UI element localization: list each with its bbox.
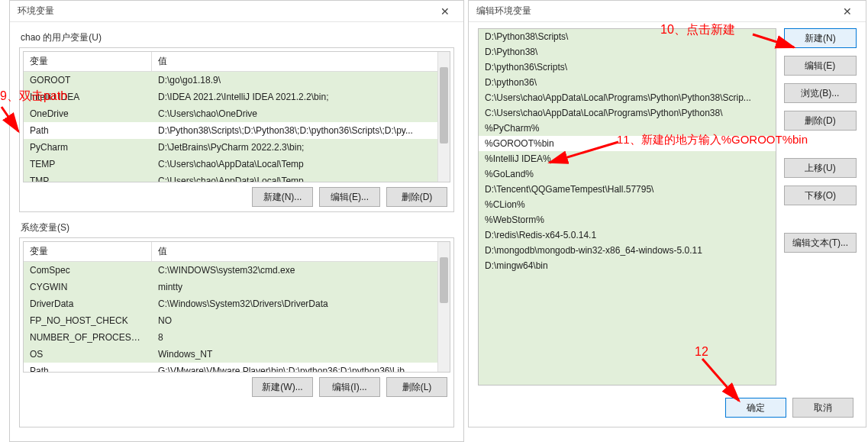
col-val[interactable]: 值 <box>152 242 450 261</box>
user-vars-label: chao 的用户变量(U) <box>21 31 454 44</box>
env-vars-dialog: 环境变量 ✕ chao 的用户变量(U) 变量 值 GOROOTD:\go\go… <box>9 0 464 442</box>
ok-button[interactable]: 确定 <box>725 398 786 418</box>
edit-button[interactable]: 编辑(I)... <box>319 377 380 397</box>
list-item[interactable]: D:\python36\Scripts\ <box>479 60 776 75</box>
close-icon[interactable]: ✕ <box>832 5 863 18</box>
table-row[interactable]: CYGWINmintty <box>24 279 450 295</box>
cell-var: OneDrive <box>24 105 152 122</box>
cell-var: FP_NO_HOST_CHECK <box>24 312 152 329</box>
close-icon[interactable]: ✕ <box>430 5 460 18</box>
list-item[interactable]: D:\Python38\Scripts\ <box>479 29 776 44</box>
cell-val: Windows_NT <box>152 346 450 363</box>
list-item[interactable]: C:\Users\chao\AppData\Local\Programs\Pyt… <box>479 90 776 105</box>
list-item[interactable]: %IntelliJ IDEA% <box>479 151 776 166</box>
edittext-button[interactable]: 编辑文本(T)... <box>784 233 857 253</box>
list-item[interactable]: D:\Python38\ <box>479 44 776 60</box>
table-row[interactable]: PathD:\Python38\Scripts\;D:\Python38\;D:… <box>24 122 450 139</box>
cell-var: PyCharm <box>24 139 152 156</box>
col-val[interactable]: 值 <box>152 52 450 71</box>
cell-val: D:\JetBrains\PyCharm 2022.2.3\bin; <box>152 139 450 156</box>
user-vars-list[interactable]: 变量 值 GOROOTD:\go\go1.18.9\IntelliJ IDEAD… <box>23 51 450 182</box>
cell-var: OS <box>24 346 152 363</box>
cell-var: TMP <box>24 173 152 182</box>
table-row[interactable]: PyCharmD:\JetBrains\PyCharm 2022.2.3\bin… <box>24 139 450 156</box>
table-row[interactable]: PathG:\VMware\VMware Player\bin\;D:\pyth… <box>24 363 450 373</box>
table-row[interactable]: OSWindows_NT <box>24 346 450 363</box>
table-row[interactable]: OneDriveC:\Users\chao\OneDrive <box>24 105 450 122</box>
cell-val: C:\Users\chao\AppData\Local\Temp <box>152 156 450 173</box>
delete-button[interactable]: 删除(D) <box>386 187 447 207</box>
table-row[interactable]: TEMPC:\Users\chao\AppData\Local\Temp <box>24 156 450 173</box>
table-row[interactable]: DriverDataC:\Windows\System32\Drivers\Dr… <box>24 295 450 312</box>
list-item[interactable]: D:\Tencent\QQGameTempest\Hall.57795\ <box>479 182 776 197</box>
movedown-button[interactable]: 下移(O) <box>784 186 857 205</box>
new-button[interactable]: 新建(N) <box>784 28 857 48</box>
list-item[interactable]: C:\Users\chao\AppData\Local\Programs\Pyt… <box>479 105 776 121</box>
dialog-title: 环境变量 <box>18 5 430 18</box>
cell-val: C:\Windows\System32\Drivers\DriverData <box>152 295 450 312</box>
list-item[interactable]: D:\redis\Redis-x64-5.0.14.1 <box>479 227 776 243</box>
edit-env-var-dialog: 编辑环境变量 ✕ D:\Python38\Scripts\D:\Python38… <box>468 0 866 427</box>
cell-val: D:\go\go1.18.9\ <box>152 72 450 89</box>
cell-val: C:\Users\chao\AppData\Local\Temp <box>152 173 450 182</box>
table-row[interactable]: NUMBER_OF_PROCESSORS8 <box>24 329 450 346</box>
cell-var: GOROOT <box>24 72 152 89</box>
cell-val: NO <box>152 312 450 329</box>
table-row[interactable]: ComSpecC:\WINDOWS\system32\cmd.exe <box>24 262 450 279</box>
sys-vars-label: 系统变量(S) <box>21 221 454 234</box>
table-row[interactable]: TMPC:\Users\chao\AppData\Local\Temp <box>24 173 450 182</box>
list-header[interactable]: 变量 值 <box>24 242 450 262</box>
new-button[interactable]: 新建(W)... <box>252 377 313 397</box>
cell-var: IntelliJ IDEA <box>24 89 152 105</box>
cell-var: Path <box>24 363 152 373</box>
moveup-button[interactable]: 上移(U) <box>784 158 857 178</box>
list-item[interactable]: D:\mongodb\mongodb-win32-x86_64-windows-… <box>479 243 776 258</box>
cell-val: G:\VMware\VMware Player\bin\;D:\python36… <box>152 363 450 373</box>
cell-val: 8 <box>152 329 450 346</box>
table-row[interactable]: FP_NO_HOST_CHECKNO <box>24 312 450 329</box>
path-list[interactable]: D:\Python38\Scripts\D:\Python38\D:\pytho… <box>478 28 776 386</box>
table-row[interactable]: GOROOTD:\go\go1.18.9\ <box>24 72 450 89</box>
titlebar: 环境变量 ✕ <box>10 1 463 22</box>
cell-val: D:\Python38\Scripts\;D:\Python38\;D:\pyt… <box>152 122 450 139</box>
list-item[interactable]: %WebStorm% <box>479 212 776 227</box>
sys-vars-list[interactable]: 变量 值 ComSpecC:\WINDOWS\system32\cmd.exeC… <box>23 241 450 373</box>
new-button[interactable]: 新建(N)... <box>252 187 313 207</box>
delete-button[interactable]: 删除(D) <box>784 111 857 131</box>
list-header[interactable]: 变量 值 <box>24 52 450 72</box>
edit-button[interactable]: 编辑(E) <box>784 56 857 76</box>
cancel-button[interactable]: 取消 <box>792 398 853 418</box>
cell-val: mintty <box>152 279 450 295</box>
list-item[interactable]: D:\mingw64\bin <box>479 258 776 273</box>
list-item[interactable]: %PyCharm% <box>479 121 776 136</box>
list-item[interactable]: D:\python36\ <box>479 75 776 90</box>
cell-var: TEMP <box>24 156 152 173</box>
table-row[interactable]: IntelliJ IDEAD:\IDEA 2021.2\IntelliJ IDE… <box>24 89 450 105</box>
scrollbar[interactable] <box>437 242 450 372</box>
col-var[interactable]: 变量 <box>24 242 152 261</box>
edit-button[interactable]: 编辑(E)... <box>319 187 380 207</box>
cell-val: D:\IDEA 2021.2\IntelliJ IDEA 2021.2.2\bi… <box>152 89 450 105</box>
col-var[interactable]: 变量 <box>24 52 152 71</box>
cell-var: NUMBER_OF_PROCESSORS <box>24 329 152 346</box>
cell-var: Path <box>24 122 152 139</box>
dialog-title: 编辑环境变量 <box>476 5 832 18</box>
delete-button[interactable]: 删除(L) <box>386 377 447 397</box>
browse-button[interactable]: 浏览(B)... <box>784 83 857 103</box>
list-item[interactable]: %GoLand% <box>479 166 776 182</box>
cell-var: CYGWIN <box>24 279 152 295</box>
cell-var: DriverData <box>24 295 152 312</box>
list-item[interactable]: %CLion% <box>479 197 776 212</box>
cell-val: C:\WINDOWS\system32\cmd.exe <box>152 262 450 279</box>
list-item[interactable]: %GOROOT%bin <box>479 136 776 151</box>
scrollbar[interactable] <box>437 52 450 182</box>
titlebar: 编辑环境变量 ✕ <box>469 1 866 22</box>
cell-val: C:\Users\chao\OneDrive <box>152 105 450 122</box>
cell-var: ComSpec <box>24 262 152 279</box>
